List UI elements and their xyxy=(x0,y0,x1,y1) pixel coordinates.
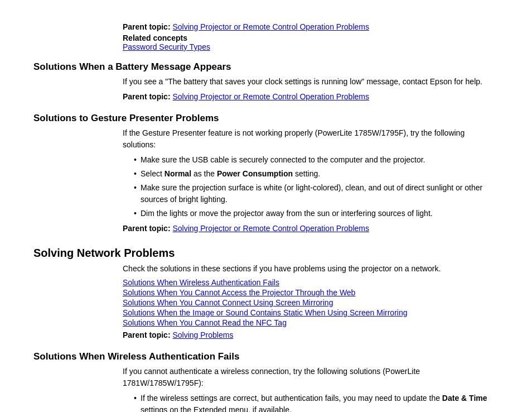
battery-parent-topic: Parent topic: Solving Projector or Remot… xyxy=(123,91,499,103)
network-parent-topic: Parent topic: Solving Problems xyxy=(33,329,499,341)
power-consumption-bold: Power Consumption xyxy=(217,169,293,178)
battery-section-heading: Solutions When a Battery Message Appears xyxy=(33,61,499,73)
network-link-2[interactable]: Solutions When You Cannot Access the Pro… xyxy=(123,288,355,297)
network-link-item-1: Solutions When Wireless Authentication F… xyxy=(123,278,499,287)
top-parent-topic: Parent topic: Solving Projector or Remot… xyxy=(33,22,499,31)
gesture-bullet-4-text: Dim the lights or move the projector awa… xyxy=(141,209,433,218)
battery-parent-label: Parent topic: xyxy=(123,92,171,101)
wireless-auth-heading: Solutions When Wireless Authentication F… xyxy=(33,351,499,362)
gesture-bullet-3: Make sure the projection surface is whit… xyxy=(134,182,499,205)
battery-body-text: If you see a "The battery that saves you… xyxy=(123,76,499,88)
gesture-section-heading: Solutions to Gesture Presenter Problems xyxy=(33,113,499,124)
gesture-bullet-2-text: Select Normal as the Power Consumption s… xyxy=(141,169,320,178)
battery-section-body: If you see a "The battery that saves you… xyxy=(33,76,499,103)
network-link-5[interactable]: Solutions When You Cannot Read the NFC T… xyxy=(123,318,287,327)
network-link-4[interactable]: Solutions When the Image or Sound Contai… xyxy=(123,308,407,317)
gesture-bullet-1: Make sure the USB cable is securely conn… xyxy=(134,154,499,166)
network-link-list: Solutions When Wireless Authentication F… xyxy=(33,278,499,327)
network-link-item-2: Solutions When You Cannot Access the Pro… xyxy=(123,288,499,297)
gesture-parent-link[interactable]: Solving Projector or Remote Control Oper… xyxy=(172,224,369,233)
gesture-bullet-4: Dim the lights or move the projector awa… xyxy=(134,208,499,219)
wireless-auth-bullet-1: If the wireless settings are correct, bu… xyxy=(134,392,499,412)
wireless-auth-bullet-1-text: If the wireless settings are correct, bu… xyxy=(141,394,487,412)
network-link-item-3: Solutions When You Cannot Connect Using … xyxy=(123,298,499,307)
battery-parent-link[interactable]: Solving Projector or Remote Control Oper… xyxy=(172,92,369,101)
network-link-3[interactable]: Solutions When You Cannot Connect Using … xyxy=(123,298,333,307)
network-parent-label: Parent topic: xyxy=(123,330,171,339)
gesture-bullet-2: Select Normal as the Power Consumption s… xyxy=(134,168,499,180)
wireless-auth-bullet-list: If the wireless settings are correct, bu… xyxy=(33,392,499,412)
related-concepts-label: Related concepts xyxy=(123,33,187,42)
gesture-bullet-3-text: Make sure the projection surface is whit… xyxy=(141,183,482,204)
related-concepts-link[interactable]: Password Security Types xyxy=(123,42,210,51)
gesture-section-body: If the Gesture Presenter feature is not … xyxy=(33,127,499,151)
normal-bold: Normal xyxy=(165,169,191,178)
network-section-heading: Solving Network Problems xyxy=(33,247,499,260)
page-content: Parent topic: Solving Projector or Remot… xyxy=(33,22,499,412)
gesture-bullet-list: Make sure the USB cable is securely conn… xyxy=(33,154,499,219)
date-time-bold: Date & Time xyxy=(442,394,487,403)
wireless-auth-body: If you cannot authenticate a wireless co… xyxy=(33,366,499,389)
network-link-item-5: Solutions When You Cannot Read the NFC T… xyxy=(123,318,499,327)
parent-topic-label: Parent topic: xyxy=(123,22,171,31)
wireless-auth-intro: If you cannot authenticate a wireless co… xyxy=(123,366,499,389)
top-parent-topic-link[interactable]: Solving Projector or Remote Control Oper… xyxy=(172,22,369,31)
gesture-parent-topic: Parent topic: Solving Projector or Remot… xyxy=(33,223,499,234)
gesture-parent-label: Parent topic: xyxy=(123,224,171,233)
gesture-bullet-1-text: Make sure the USB cable is securely conn… xyxy=(141,155,425,164)
gesture-intro: If the Gesture Presenter feature is not … xyxy=(123,127,499,151)
network-link-1[interactable]: Solutions When Wireless Authentication F… xyxy=(123,278,279,287)
network-link-item-4: Solutions When the Image or Sound Contai… xyxy=(123,308,499,317)
related-concepts-section: Related concepts Password Security Types xyxy=(33,33,499,51)
network-intro: Check the solutions in these sections if… xyxy=(123,263,499,275)
network-parent-link[interactable]: Solving Problems xyxy=(172,330,233,339)
network-section-body: Check the solutions in these sections if… xyxy=(33,263,499,275)
